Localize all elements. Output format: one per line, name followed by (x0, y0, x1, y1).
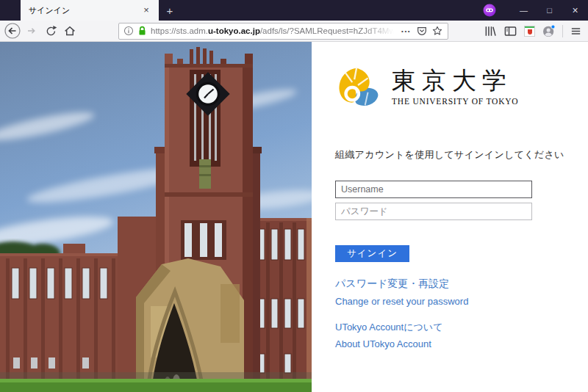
browser-window: サインイン × + — □ × (0, 0, 588, 392)
account-icon[interactable] (542, 24, 556, 38)
logo-kanji: 東京大学 (392, 68, 518, 94)
pocket-icon[interactable] (416, 25, 428, 37)
close-window-button[interactable]: × (562, 0, 588, 21)
password-reset-link-en[interactable]: Change or reset your password (335, 296, 588, 307)
password-reset-link-jp[interactable]: パスワード変更・再設定 (335, 277, 588, 291)
username-input[interactable] (335, 181, 532, 198)
back-arrow-icon (4, 22, 21, 40)
url-text: https://sts.adm.u-tokyo.ac.jp/adfs/ls/?S… (151, 26, 396, 35)
site-info-icon[interactable] (123, 26, 134, 36)
minimize-button[interactable]: — (511, 0, 537, 21)
toolbar-right (483, 24, 582, 38)
account-info-link-jp[interactable]: UTokyo Accountについて (335, 321, 588, 334)
sidebar-icon[interactable] (503, 24, 517, 38)
home-button[interactable] (60, 22, 79, 40)
tab-title: サインイン (29, 5, 140, 16)
help-links: パスワード変更・再設定 Change or reset your passwor… (335, 277, 588, 349)
page-content: 東京大学 THE UNIVERSITY OF TOKYO 組織アカウントを使用し… (0, 42, 588, 392)
new-tab-button[interactable]: + (159, 0, 181, 21)
maximize-button[interactable]: □ (537, 0, 562, 21)
signin-button[interactable]: サインイン (335, 245, 409, 262)
library-icon[interactable] (483, 24, 497, 38)
back-button[interactable] (3, 22, 22, 40)
navigation-toolbar: https://sts.adm.u-tokyo.ac.jp/adfs/ls/?S… (0, 21, 588, 42)
page-actions-icon[interactable]: ••• (400, 28, 412, 35)
tab-close-icon[interactable]: × (140, 4, 153, 17)
tab-bar: サインイン × + — □ × (0, 0, 588, 21)
tab-signin[interactable]: サインイン × (21, 0, 159, 21)
reload-button[interactable] (41, 22, 60, 40)
campus-photo (0, 42, 312, 392)
login-panel: 東京大学 THE UNIVERSITY OF TOKYO 組織アカウントを使用し… (312, 42, 588, 392)
signin-instruction: 組織アカウントを使用してサインインしてください (335, 148, 588, 161)
forward-button[interactable] (22, 22, 41, 40)
home-icon (63, 24, 76, 37)
logo-text: 東京大学 THE UNIVERSITY OF TOKYO (392, 68, 518, 105)
menu-hamburger-icon[interactable] (570, 25, 582, 37)
url-domain: u-tokyo.ac.jp (208, 26, 260, 35)
toolbar-separator (562, 25, 563, 37)
address-bar[interactable]: https://sts.adm.u-tokyo.ac.jp/adfs/ls/?S… (118, 23, 448, 40)
forward-arrow-icon (24, 23, 39, 38)
logo-english: THE UNIVERSITY OF TOKYO (392, 97, 518, 106)
bookmark-star-icon[interactable] (431, 25, 443, 37)
reload-icon (45, 25, 57, 37)
extension-icon[interactable] (524, 26, 535, 37)
lock-icon[interactable] (137, 26, 147, 36)
account-info-link-en[interactable]: About UTokyo Account (335, 338, 588, 349)
window-controls: — □ × (511, 0, 588, 21)
utokyo-ginkgo-icon (335, 64, 381, 109)
utokyo-logo: 東京大学 THE UNIVERSITY OF TOKYO (335, 64, 588, 109)
tabbar-spacer (181, 0, 483, 21)
private-browsing-icon (483, 0, 496, 21)
password-input[interactable] (335, 203, 532, 220)
